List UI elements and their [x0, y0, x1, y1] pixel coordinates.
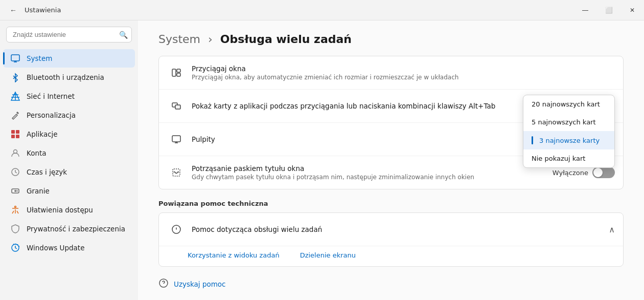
- sidebar-item-time[interactable]: Czas i język: [3, 163, 135, 181]
- main-settings-card: Przyciągaj okna Przyciągaj okna, aby aut…: [158, 56, 624, 189]
- restore-button[interactable]: ⬜: [597, 0, 620, 20]
- apps-icon: [10, 129, 20, 139]
- svg-point-10: [15, 206, 16, 208]
- sidebar-label-personalization: Personalizacja: [27, 111, 76, 119]
- accounts-icon: [10, 148, 20, 158]
- shake-icon: [167, 163, 186, 182]
- personalization-icon: [10, 110, 20, 120]
- sidebar: 🔍 System Bluetooth i urządzenia Sieć i I…: [0, 20, 138, 300]
- titlebar-title: Ustawienia: [25, 6, 61, 14]
- sidebar-item-bluetooth[interactable]: Bluetooth i urządzenia: [3, 68, 135, 87]
- snap-windows-row: Przyciągaj okna Przyciągaj okna, aby aut…: [159, 56, 623, 90]
- sidebar-item-gaming[interactable]: Granie: [3, 182, 135, 200]
- bluetooth-icon: [10, 72, 20, 82]
- help-chevron: ∧: [609, 225, 615, 234]
- svg-rect-13: [177, 69, 180, 72]
- search-input[interactable]: [6, 27, 132, 42]
- svg-rect-2: [11, 130, 15, 134]
- sidebar-label-privacy: Prywatność i zabezpieczenia: [27, 225, 125, 233]
- sidebar-label-time: Czas i język: [27, 168, 67, 176]
- breadcrumb-separator: ›: [208, 33, 216, 46]
- search-box: 🔍: [6, 27, 132, 42]
- snap-windows-icon: [167, 63, 186, 82]
- sidebar-item-accessibility[interactable]: Ułatwienia dostępu: [3, 201, 135, 219]
- sidebar-label-system: System: [27, 54, 52, 62]
- alt-tab-icon: [167, 97, 186, 115]
- svg-rect-3: [16, 130, 19, 134]
- help-link-tasks[interactable]: Korzystanie z widoku zadań: [188, 251, 280, 259]
- window-controls: — ⬜ ✕: [573, 0, 644, 20]
- shake-title: Potrząsanie paskiem tytułu okna: [192, 164, 553, 173]
- svg-rect-4: [11, 135, 15, 138]
- minimize-button[interactable]: —: [573, 0, 597, 20]
- svg-point-9: [17, 191, 17, 191]
- shake-toggle-label: Wyłączone: [553, 169, 588, 177]
- sidebar-label-accounts: Konta: [27, 149, 47, 157]
- shake-text: Potrząsanie paskiem tytułu okna Gdy chwy…: [192, 164, 553, 181]
- alt-tab-row: Pokaż karty z aplikacji podczas przyciąg…: [159, 90, 623, 123]
- sidebar-label-apps: Aplikacje: [27, 130, 58, 138]
- network-icon: [10, 91, 20, 101]
- dropdown-menu: 20 najnowszych kart5 najnowszych kart3 n…: [523, 95, 615, 168]
- titlebar: ← Ustawienia — ⬜ ✕: [0, 0, 644, 20]
- help-card: Pomoc dotycząca obsługi wielu zadań ∧ Ko…: [158, 212, 624, 267]
- breadcrumb-current: Obsługa wielu zadań: [220, 33, 352, 46]
- shake-control: Wyłączone: [553, 167, 615, 178]
- gaming-icon: [10, 186, 20, 196]
- back-button[interactable]: ←: [6, 3, 20, 17]
- help-link-split[interactable]: Dzielenie ekranu: [300, 251, 356, 259]
- breadcrumb-parent: System: [158, 33, 200, 46]
- sidebar-item-apps[interactable]: Aplikacje: [3, 125, 135, 143]
- get-help-row[interactable]: Uzyskaj pomoc: [158, 273, 624, 295]
- snap-windows-text: Przyciągaj okna Przyciągaj okna, aby aut…: [192, 65, 615, 81]
- snap-windows-subtitle: Przyciągaj okna, aby automatycznie zmien…: [192, 74, 615, 81]
- sidebar-label-update: Windows Update: [27, 244, 84, 252]
- help-icon: [167, 220, 186, 239]
- sidebar-item-system[interactable]: System: [3, 49, 135, 68]
- system-icon: [10, 53, 20, 63]
- page-header: System › Obsługa wielu zadań: [158, 33, 624, 46]
- help-title-text: Pomoc dotycząca obsługi wielu zadań: [192, 225, 609, 233]
- privacy-icon: [10, 224, 20, 234]
- sidebar-item-network[interactable]: Sieć i Internet: [3, 87, 135, 105]
- shake-toggle[interactable]: [592, 167, 615, 178]
- svg-rect-5: [16, 135, 19, 138]
- svg-rect-14: [177, 73, 180, 76]
- sidebar-item-personalization[interactable]: Personalizacja: [3, 106, 135, 124]
- sidebar-item-update[interactable]: Windows Update: [3, 239, 135, 257]
- dropdown-item[interactable]: Nie pokazuj kart: [523, 149, 614, 167]
- svg-rect-12: [172, 69, 176, 76]
- accessibility-icon: [10, 205, 20, 215]
- help-links-row: Korzystanie z widoku zadań Dzielenie ekr…: [159, 246, 623, 266]
- svg-rect-17: [172, 136, 180, 142]
- time-icon: [10, 167, 20, 177]
- sidebar-label-accessibility: Ułatwienia dostępu: [27, 206, 93, 214]
- sidebar-label-gaming: Granie: [27, 187, 50, 195]
- sidebar-label-bluetooth: Bluetooth i urządzenia: [27, 73, 104, 81]
- sidebar-label-network: Sieć i Internet: [27, 92, 75, 100]
- svg-rect-16: [175, 105, 180, 109]
- sidebar-item-privacy[interactable]: Prywatność i zabezpieczenia: [3, 220, 135, 238]
- help-item-title: Pomoc dotycząca obsługi wielu zadań: [192, 225, 609, 233]
- sidebar-item-accounts[interactable]: Konta: [3, 144, 135, 162]
- app-body: 🔍 System Bluetooth i urządzenia Sieć i I…: [0, 20, 644, 300]
- nav-list: System Bluetooth i urządzenia Sieć i Int…: [0, 49, 138, 258]
- dropdown-item[interactable]: 5 najnowszych kart: [523, 113, 614, 131]
- dropdown-item[interactable]: 20 najnowszych kart: [523, 95, 614, 113]
- get-help-label[interactable]: Uzyskaj pomoc: [174, 280, 226, 288]
- help-header-row[interactable]: Pomoc dotycząca obsługi wielu zadań ∧: [159, 213, 623, 246]
- svg-rect-0: [11, 55, 19, 61]
- update-icon: [10, 243, 20, 253]
- dropdown-item[interactable]: 3 najnowsze karty: [523, 131, 614, 149]
- search-icon: 🔍: [119, 31, 128, 39]
- section-title: Powiązana pomoc techniczna: [158, 200, 624, 207]
- get-help-icon: [158, 278, 169, 290]
- close-button[interactable]: ✕: [620, 0, 644, 20]
- snap-windows-title: Przyciągaj okna: [192, 65, 615, 73]
- desktops-icon: [167, 130, 186, 148]
- main-content: System › Obsługa wielu zadań Przyciągaj …: [138, 20, 644, 300]
- shake-subtitle: Gdy chwytam pasek tytułu okna i potrząsa…: [192, 174, 553, 181]
